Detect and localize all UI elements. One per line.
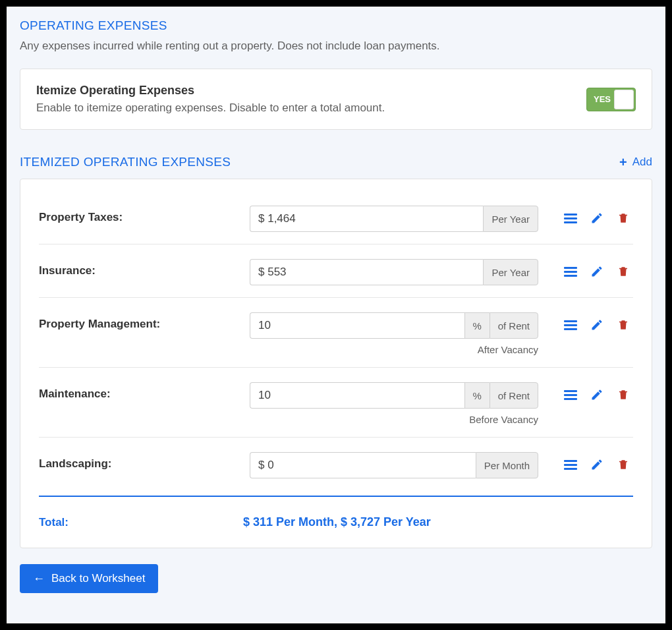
operating-expenses-description: Any expenses incurred while renting out … — [20, 40, 652, 53]
unit-selector[interactable]: Per Year — [483, 206, 538, 232]
delete-icon[interactable] — [616, 318, 630, 332]
expense-row: Maintenance: % of Rent Before Vacancy — [39, 368, 633, 438]
total-values: $ 311 Per Month, $ 3,727 Per Year — [243, 515, 431, 529]
plus-icon: + — [619, 156, 627, 169]
expense-subtext: After Vacancy — [250, 344, 538, 355]
expense-value-input[interactable] — [250, 206, 483, 232]
itemize-card: Itemize Operating Expenses Enable to ite… — [20, 69, 652, 130]
expense-row: Landscaping: Per Month — [39, 438, 633, 490]
unit-of-rent[interactable]: of Rent — [490, 382, 538, 409]
reorder-icon[interactable] — [563, 264, 578, 279]
itemize-title: Itemize Operating Expenses — [36, 84, 385, 98]
reorder-icon[interactable] — [563, 318, 578, 332]
edit-icon[interactable] — [590, 264, 604, 279]
delete-icon[interactable] — [616, 387, 630, 402]
expense-label: Landscaping: — [39, 457, 112, 470]
expense-label: Property Taxes: — [39, 211, 123, 223]
delete-icon[interactable] — [616, 264, 630, 279]
unit-selector[interactable]: Per Month — [476, 452, 538, 478]
total-row: Total: $ 311 Per Month, $ 3,727 Per Year — [39, 510, 633, 532]
delete-icon[interactable] — [616, 211, 630, 225]
reorder-icon[interactable] — [563, 211, 578, 225]
edit-icon[interactable] — [590, 318, 604, 332]
expense-row: Property Management: % of Rent After Vac… — [39, 298, 633, 368]
itemize-description: Enable to itemize operating expenses. Di… — [36, 101, 385, 115]
expense-list-card: Property Taxes: Per Year Insurance: — [20, 179, 652, 548]
expense-subtext: Before Vacancy — [250, 414, 538, 425]
unit-percent[interactable]: % — [464, 382, 490, 409]
itemized-expenses-title: ITEMIZED OPERATING EXPENSES — [20, 155, 231, 169]
itemize-toggle[interactable]: YES — [586, 88, 636, 111]
expense-label: Insurance: — [39, 264, 96, 277]
unit-percent[interactable]: % — [464, 312, 490, 339]
expense-label: Property Management: — [39, 318, 160, 330]
unit-of-rent[interactable]: of Rent — [490, 312, 538, 339]
expense-row: Insurance: Per Year — [39, 244, 633, 298]
add-expense-button[interactable]: + Add — [619, 156, 652, 169]
edit-icon[interactable] — [590, 457, 604, 472]
expense-value-input[interactable] — [250, 312, 464, 339]
add-label: Add — [632, 156, 652, 169]
edit-icon[interactable] — [590, 211, 604, 225]
reorder-icon[interactable] — [563, 387, 578, 402]
expense-value-input[interactable] — [250, 382, 464, 409]
expense-value-input[interactable] — [250, 452, 476, 478]
expense-value-input[interactable] — [250, 259, 483, 285]
delete-icon[interactable] — [616, 457, 630, 472]
total-divider — [39, 496, 633, 497]
edit-icon[interactable] — [590, 387, 604, 402]
total-label: Total: — [39, 516, 243, 529]
unit-selector[interactable]: Per Year — [483, 259, 538, 285]
expense-label: Maintenance: — [39, 387, 111, 400]
reorder-icon[interactable] — [563, 457, 578, 472]
back-to-worksheet-button[interactable]: ← Back to Worksheet — [20, 564, 158, 593]
toggle-yes-label: YES — [587, 94, 611, 104]
expense-row: Property Taxes: Per Year — [39, 191, 633, 244]
arrow-left-icon: ← — [33, 573, 45, 585]
operating-expenses-title: OPERATING EXPENSES — [20, 18, 652, 33]
back-button-label: Back to Worksheet — [51, 572, 145, 585]
toggle-knob — [614, 90, 634, 109]
